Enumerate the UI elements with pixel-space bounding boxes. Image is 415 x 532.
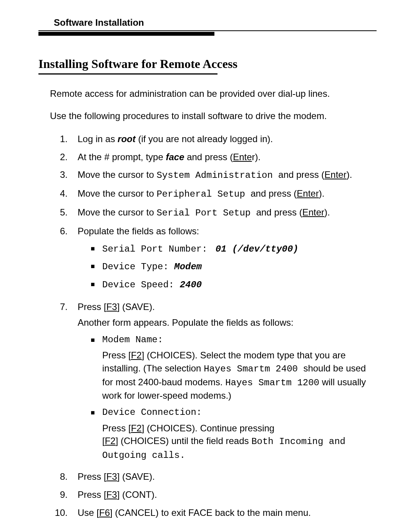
step-8: 8. Press [F3] (SAVE). xyxy=(50,470,377,484)
text: Press [ xyxy=(78,489,106,500)
bullet-body: Device Type: Modem xyxy=(102,260,377,274)
field-bullets: ■ Modem Name: Press [F2] (CHOICES). Sele… xyxy=(91,333,377,462)
field-value: 01 (/dev/tty00) xyxy=(216,244,299,254)
text: Another form appears. Populate the field… xyxy=(78,316,377,330)
bullet-detail: Press [F2] (CHOICES). Continue pressing … xyxy=(102,422,377,462)
text: Press [ xyxy=(102,350,131,360)
rule-thick xyxy=(38,32,214,36)
field-value: 2400 xyxy=(180,280,202,290)
field-label: Device Type: xyxy=(102,262,174,272)
key-f2: F2 xyxy=(105,436,116,446)
field-value: Modem xyxy=(174,262,202,272)
step-body: Log in as root (if you are not already l… xyxy=(78,133,377,146)
text: Move the cursor to xyxy=(78,188,156,199)
literal-root: root xyxy=(118,134,136,144)
key-enter: Enter xyxy=(324,169,346,180)
section-rule xyxy=(38,73,217,75)
step-number: 5. xyxy=(50,206,78,220)
text: (if you are not already logged in). xyxy=(136,134,273,144)
text: Press [ xyxy=(78,302,106,312)
text: Press [ xyxy=(102,423,131,433)
key-f2: F2 xyxy=(131,350,142,360)
text: Populate the fields as follows: xyxy=(78,226,199,236)
step-body: Press [F3] (SAVE). Another form appears.… xyxy=(78,300,377,466)
bullet-body: Serial Port Number: 01 (/dev/tty00) xyxy=(102,242,377,256)
text: Press [ xyxy=(78,471,106,482)
bullet: ■ Device Connection: Press [F2] (CHOICES… xyxy=(91,406,377,462)
bullet-detail: Press [F2] (CHOICES). Select the modem t… xyxy=(102,349,377,402)
text: At the # prompt, type xyxy=(78,152,166,162)
key-enter: Enter xyxy=(302,207,324,217)
rule-thin xyxy=(38,30,377,31)
step-body: At the # prompt, type face and press (En… xyxy=(78,151,377,164)
step-number: 3. xyxy=(50,168,78,182)
step-number: 10. xyxy=(50,506,78,520)
text: ). xyxy=(324,207,330,217)
bullet-icon: ■ xyxy=(91,242,102,256)
text: and press ( xyxy=(184,152,233,162)
menu-serialport: Serial Port Setup xyxy=(156,208,256,218)
step-body: Populate the fields as follows: ■ Serial… xyxy=(78,225,377,296)
text: ] (CHOICES). Continue pressing xyxy=(142,423,274,433)
literal-face: face xyxy=(166,152,184,162)
step-number: 2. xyxy=(50,151,78,164)
text: ] (SAVE). xyxy=(117,471,155,482)
key-f6: F6 xyxy=(99,507,110,518)
key-f2: F2 xyxy=(131,423,142,433)
key-f3: F3 xyxy=(106,302,117,312)
step-body: Use [F6] (CANCEL) to exit FACE back to t… xyxy=(78,506,377,520)
step-1: 1. Log in as root (if you are not alread… xyxy=(50,133,377,146)
text: and press ( xyxy=(256,207,302,217)
text: ] (CONT). xyxy=(117,489,157,500)
step-body: Press [F3] (SAVE). xyxy=(78,470,377,484)
text: ] (SAVE). xyxy=(117,302,155,312)
step-4: 4. Move the cursor to Peripheral Setup a… xyxy=(50,187,377,201)
menu-peripheral: Peripheral Setup xyxy=(156,189,251,199)
field-label: Modem Name: xyxy=(102,333,377,347)
key-f3: F3 xyxy=(106,471,117,482)
bullet-icon: ■ xyxy=(91,333,102,347)
text: Move the cursor to xyxy=(78,207,156,217)
text: r). xyxy=(252,152,261,162)
step-number: 1. xyxy=(50,133,78,146)
text: Log in as xyxy=(78,134,118,144)
key-enter: Ente xyxy=(233,152,252,162)
step-5: 5. Move the cursor to Serial Port Setup … xyxy=(50,206,377,220)
key-f3: F3 xyxy=(106,489,117,500)
step-number: 6. xyxy=(50,225,78,296)
step-number: 8. xyxy=(50,470,78,484)
step-3: 3. Move the cursor to System Administrat… xyxy=(50,168,377,182)
field-label: Device Connection: xyxy=(102,406,377,419)
text: ). xyxy=(319,188,325,199)
bullet: ■ Device Speed: 2400 xyxy=(91,278,377,292)
step-10: 10. Use [F6] (CANCEL) to exit FACE back … xyxy=(50,506,377,520)
section-title: Installing Software for Remote Access xyxy=(38,57,377,71)
bullet-icon: ■ xyxy=(91,260,102,274)
step-number: 7. xyxy=(50,300,78,466)
bullet-icon: ■ xyxy=(91,406,102,419)
step-body: Move the cursor to Serial Port Setup and… xyxy=(78,206,377,220)
bullet-body: Device Speed: 2400 xyxy=(102,278,377,292)
running-head: Software Installation xyxy=(54,17,377,28)
step-body: Move the cursor to Peripheral Setup and … xyxy=(78,187,377,201)
text: Move the cursor to xyxy=(78,169,156,180)
option-hayes1200: Hayes Smartm 1200 xyxy=(225,378,319,388)
text: ). xyxy=(347,169,352,180)
field-bullets: ■ Serial Port Number: 01 (/dev/tty00) ■ … xyxy=(91,242,377,292)
step-number: 4. xyxy=(50,187,78,201)
menu-sysadmin: System Administration xyxy=(156,170,278,181)
field-label: Serial Port Number: xyxy=(102,244,213,254)
step-6: 6. Populate the fields as follows: ■ Ser… xyxy=(50,225,377,296)
step-body: Move the cursor to System Administration… xyxy=(78,168,377,182)
bullet: ■ Device Type: Modem xyxy=(91,260,377,274)
bullet: ■ Modem Name: Press [F2] (CHOICES). Sele… xyxy=(91,333,377,402)
text: ] (CANCEL) to exit FACE back to the main… xyxy=(110,507,311,518)
text: and press ( xyxy=(278,169,324,180)
text: ] (CHOICES) until the field reads xyxy=(116,436,251,446)
option-hayes2400: Hayes Smartm 2400 xyxy=(204,364,303,374)
field-label: Device Speed: xyxy=(102,280,180,290)
steps-list: 1. Log in as root (if you are not alread… xyxy=(50,133,377,520)
text: [ xyxy=(102,436,105,446)
step-number: 9. xyxy=(50,488,78,502)
step-9: 9. Press [F3] (CONT). xyxy=(50,488,377,502)
